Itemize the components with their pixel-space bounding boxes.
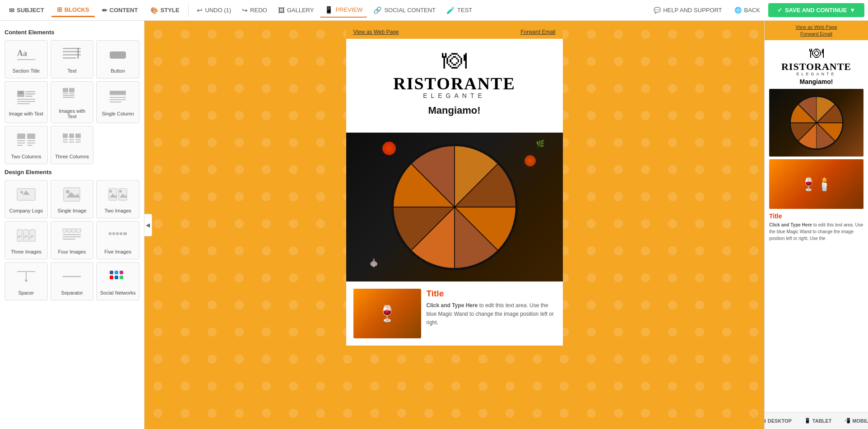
desktop-button[interactable]: 🖥 DESKTOP <box>764 416 795 425</box>
view-web-link[interactable]: View as Web Page <box>353 29 399 35</box>
two-columns-icon <box>16 132 36 151</box>
tablet-button[interactable]: 📱 TABLET <box>801 416 836 425</box>
tab-subject[interactable]: ✉ SUBJECT <box>4 4 50 17</box>
restaurant-name: RISTORANTE <box>355 75 554 92</box>
save-continue-button[interactable]: ✓ SAVE AND CONTINUE ▼ <box>768 3 864 17</box>
save-icon: ✓ <box>777 7 782 14</box>
spacer-block-icon <box>16 268 36 287</box>
svg-rect-18 <box>69 88 74 92</box>
pizza-circle <box>391 144 518 270</box>
blocks-icon: ⊞ <box>57 6 62 13</box>
redo-icon: ↪ <box>242 6 248 14</box>
svg-rect-20 <box>69 93 74 94</box>
company-logo-icon <box>16 186 36 205</box>
svg-rect-7 <box>110 51 126 59</box>
right-view-web-link[interactable]: View as Web Page <box>795 24 837 30</box>
block-social-networks[interactable]: Social Networks <box>96 262 139 300</box>
social-icon: 🔗 <box>373 6 382 14</box>
test-button[interactable]: 🧪 TEST <box>442 4 477 17</box>
mobile-icon: 📲 <box>844 418 850 424</box>
section-title-icon: Aa <box>16 46 36 65</box>
content-thumbnail: 🍷 <box>353 289 421 338</box>
five-images-icon <box>108 227 128 246</box>
tab-style[interactable]: 🎨 STYLE <box>145 4 185 17</box>
block-five-images[interactable]: Five Images <box>96 221 139 259</box>
svg-point-46 <box>20 191 23 194</box>
style-icon: 🎨 <box>150 7 158 14</box>
test-icon: 🧪 <box>446 6 455 14</box>
right-content-body: Click and Type Here to edit this text ar… <box>769 221 863 242</box>
redo-button[interactable]: ↪ REDO <box>237 4 272 17</box>
preview-button[interactable]: 📱 PREVIEW <box>320 3 367 18</box>
svg-rect-34 <box>17 145 23 146</box>
back-button[interactable]: 🌐 BACK <box>730 4 764 16</box>
image-text-icon <box>16 89 36 108</box>
block-two-columns[interactable]: Two Columns <box>5 126 48 164</box>
forward-email-link[interactable]: Forward Email <box>520 29 555 35</box>
subject-icon: ✉ <box>9 7 14 14</box>
svg-rect-25 <box>110 97 126 98</box>
gallery-button[interactable]: 🖼 GALLERY <box>274 4 319 17</box>
toolbar-right: 💬 HELP AND SUPPORT 🌐 BACK ✓ SAVE AND CON… <box>649 3 864 17</box>
mobile-button[interactable]: 📲 MOBILE <box>840 416 868 425</box>
single-image-icon <box>62 186 82 205</box>
svg-point-52 <box>119 190 122 193</box>
block-single-image[interactable]: Single Image <box>51 180 94 218</box>
help-icon: 💬 <box>654 7 661 14</box>
svg-text:Aa: Aa <box>17 49 27 58</box>
right-panel: View as Web Page Forward Email 🍽 RISTORA… <box>764 21 868 429</box>
svg-rect-41 <box>75 139 81 140</box>
dropdown-arrow-icon: ▼ <box>849 7 855 14</box>
right-content-title: Title <box>769 212 863 220</box>
three-columns-icon <box>62 132 82 151</box>
tab-blocks[interactable]: ⊞ BLOCKS <box>51 3 95 17</box>
block-two-images[interactable]: Two Images <box>96 180 139 218</box>
images-text-icon <box>62 86 82 106</box>
svg-rect-59 <box>76 229 81 232</box>
preview-icon: 📱 <box>325 6 333 14</box>
toolbar: ✉ SUBJECT ⊞ BLOCKS ✏ CONTENT 🎨 STYLE ↩ U… <box>0 0 868 21</box>
svg-rect-16 <box>17 103 30 104</box>
block-section-title[interactable]: Aa Section Title <box>5 40 48 78</box>
block-button[interactable]: Button <box>96 40 139 78</box>
content-blocks-grid: Aa Section Title Text <box>5 40 139 164</box>
svg-rect-12 <box>25 93 35 95</box>
right-forward-email-link[interactable]: Forward Email <box>800 31 832 37</box>
center-preview: ◀ View as Web Page Forward Email 🍽 RISTO… <box>144 21 764 429</box>
svg-rect-32 <box>17 143 25 143</box>
svg-rect-5 <box>63 57 76 59</box>
svg-rect-15 <box>17 101 35 102</box>
svg-rect-11 <box>25 91 35 92</box>
block-three-images[interactable]: Three Images <box>5 221 48 259</box>
block-image-with-text[interactable]: Image with Text <box>5 81 48 123</box>
design-elements-heading: Design Elements <box>5 169 139 175</box>
block-spacer[interactable]: Spacer <box>5 262 48 300</box>
block-three-columns[interactable]: Three Columns <box>51 126 94 164</box>
block-company-logo[interactable]: Company Logo <box>5 180 48 218</box>
right-tagline: Mangiamo! <box>769 78 863 85</box>
help-button[interactable]: 💬 HELP AND SUPPORT <box>649 4 726 16</box>
svg-rect-62 <box>63 239 75 240</box>
svg-rect-63 <box>109 232 111 235</box>
globe-icon: 🌐 <box>734 7 742 14</box>
right-pizza-image <box>769 89 863 157</box>
email-body: 🍽 RISTORANTE ELEGANTE Mangiamo! <box>346 39 563 133</box>
svg-rect-33 <box>27 143 35 143</box>
social-content-button[interactable]: 🔗 SOCIAL CONTENT <box>369 4 440 17</box>
right-topbar: View as Web Page Forward Email <box>765 21 868 40</box>
block-single-column[interactable]: Single Column <box>96 81 139 123</box>
collapse-panel-button[interactable]: ◀ <box>144 214 152 236</box>
tab-content[interactable]: ✏ CONTENT <box>97 4 144 17</box>
svg-rect-42 <box>63 142 68 143</box>
block-separator[interactable]: Separator <box>51 262 94 300</box>
design-blocks-grid: Company Logo Single Image <box>5 180 139 300</box>
undo-button[interactable]: ↩ UNDO (1) <box>192 4 236 17</box>
block-images-with-text[interactable]: Images with Text <box>51 81 94 123</box>
garlic-decoration: 🧄 <box>369 258 379 268</box>
block-text[interactable]: Text <box>51 40 94 78</box>
svg-rect-74 <box>120 271 123 274</box>
right-cloche-icon: 🍽 <box>769 46 863 60</box>
svg-point-51 <box>109 190 112 193</box>
main-layout: Content Elements Aa Section Title <box>0 21 868 429</box>
block-four-images[interactable]: Four Images <box>51 221 94 259</box>
